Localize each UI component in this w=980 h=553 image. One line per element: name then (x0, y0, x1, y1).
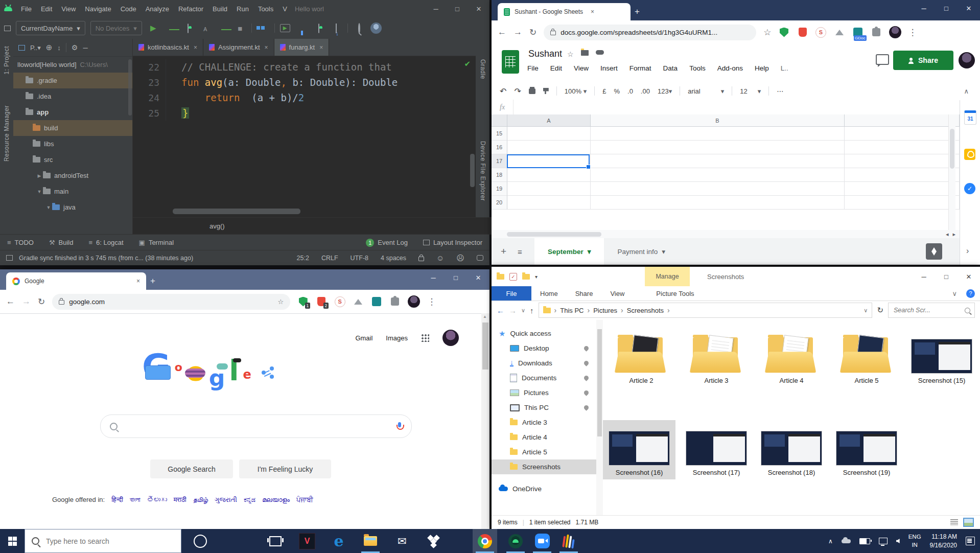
google-doodle[interactable]: G o o g l e (142, 341, 274, 387)
extension-blocked[interactable]: S (815, 27, 827, 38)
lang-telugu[interactable]: తెలుగు (147, 496, 167, 504)
expand-icon[interactable]: ▶ (36, 173, 43, 178)
chrome-close-button[interactable]: ✕ (467, 269, 489, 286)
as-menu-file[interactable]: File (16, 4, 36, 14)
encoding[interactable]: UTF-8 (351, 255, 368, 262)
currency-format-icon[interactable]: £ (602, 87, 606, 95)
extension-arrow[interactable] (353, 296, 364, 307)
taskbar-valorant[interactable]: V (295, 529, 319, 553)
google-search-box[interactable] (100, 414, 412, 438)
zoom-dropdown[interactable]: 100% ▾ (565, 87, 587, 95)
start-button[interactable] (0, 529, 25, 553)
address-dropdown-icon[interactable]: ∨ (864, 307, 868, 314)
taskbar-search-box[interactable] (25, 529, 181, 553)
sheets-menu-data[interactable]: Data (663, 64, 678, 72)
taskbar-android-studio[interactable] (503, 529, 528, 553)
network-icon[interactable] (879, 538, 888, 544)
new-folder-qat-icon[interactable] (522, 274, 530, 280)
ribbon-tab-view[interactable]: View (601, 286, 633, 301)
lang-gujarati[interactable]: ગુજરાતી (215, 496, 237, 504)
back-button[interactable]: ← (6, 296, 15, 307)
forward-button[interactable]: → (22, 296, 31, 307)
onedrive-tray-icon[interactable] (842, 539, 851, 543)
sidebar-onedrive[interactable]: OneDrive (492, 481, 603, 496)
google-apps-icon[interactable] (421, 334, 429, 342)
add-sheet-button[interactable]: + (501, 246, 506, 257)
sidebar-screenshots[interactable]: Screenshots (492, 459, 603, 474)
file-item-article-5[interactable]: Article 5 (830, 329, 903, 384)
font-dropdown[interactable]: arial▾ (688, 87, 724, 95)
tool-tab-device-file-explorer[interactable]: Device File Explorer (479, 141, 486, 201)
gear-icon[interactable]: ⚙ (72, 43, 78, 52)
lang-kannada[interactable]: ಕನ್ನಡ (244, 496, 255, 504)
feeling-lucky-button[interactable]: I'm Feeling Lucky (239, 459, 331, 478)
lang-bengali[interactable]: বাংলা (130, 496, 141, 504)
cell-a15[interactable] (507, 127, 591, 141)
all-sheets-button[interactable]: ≡ (518, 247, 522, 256)
code-area[interactable]: 22// CHALLENGE: create a function that 2… (133, 56, 476, 121)
language-indicator[interactable]: ENG IN (908, 533, 921, 549)
as-device-dropdown[interactable]: No Devices ▾ (90, 21, 142, 35)
as-menu-vcs[interactable]: V (278, 4, 292, 14)
redo-icon[interactable]: ↷ (514, 86, 521, 96)
sidebar-downloads[interactable]: ↓Downloads (492, 356, 603, 371)
run-button[interactable]: ▶ (147, 24, 159, 33)
sidebar-documents[interactable]: Documents (492, 371, 603, 385)
tree-item-src[interactable]: src (13, 152, 132, 168)
sheets-logo[interactable] (502, 50, 519, 74)
calendar-icon[interactable]: 31 (964, 110, 976, 125)
extensions-puzzle[interactable] (389, 296, 401, 307)
address-bar[interactable]: google.com ☆ (52, 294, 290, 310)
chrome-maximize-button[interactable]: □ (445, 269, 467, 286)
col-header-a[interactable]: A (507, 114, 591, 127)
tree-item-app[interactable]: app (13, 104, 132, 120)
collapse-toolbar-icon[interactable]: ∧ (964, 87, 969, 95)
page-scrollbar[interactable] (481, 313, 489, 529)
sheets-menu-view[interactable]: View (574, 64, 589, 72)
sheet-tab-payment-info[interactable]: Payment info▾ (604, 247, 679, 256)
project-scrollbar[interactable] (128, 59, 132, 116)
as-menu-build[interactable]: Build (208, 4, 232, 14)
sheets-menu-file[interactable]: File (527, 64, 539, 72)
search-input[interactable] (124, 422, 390, 431)
extension-arrow[interactable] (834, 27, 845, 38)
browser-tab-sheets[interactable]: Sushant - Google Sheets × (498, 3, 631, 20)
cell-b20[interactable] (591, 196, 845, 210)
as-menu-navigate[interactable]: Navigate (80, 4, 115, 14)
formula-input[interactable] (513, 100, 960, 115)
sheet-tab-september[interactable]: September▾ (534, 238, 604, 265)
locate-file-icon[interactable]: ⊕ (46, 43, 53, 52)
bookmark-icon[interactable]: ☆ (763, 27, 771, 38)
tool-button-logcat[interactable]: ≡6: Logcat (89, 239, 124, 246)
as-menu-tools[interactable]: Tools (253, 4, 278, 14)
editor-vscrollbar[interactable] (470, 154, 475, 187)
row-header[interactable]: 16 (492, 141, 507, 154)
back-button[interactable]: ← (497, 306, 504, 315)
collapse-icon[interactable]: ▼ (36, 189, 43, 194)
collapse-all-icon[interactable]: ↕ (57, 44, 61, 52)
search-everywhere-button[interactable] (353, 24, 365, 33)
forward-button[interactable]: → (509, 306, 517, 315)
tree-item-idea[interactable]: .idea (13, 88, 132, 104)
cell-a16[interactable] (507, 141, 591, 154)
tree-item-libs[interactable]: libs (13, 136, 132, 152)
ribbon-tab-picture-tools[interactable]: Picture Tools (647, 286, 703, 301)
as-run-config-dropdown[interactable]: CurrentDayName ▾ (16, 21, 85, 35)
gmail-link[interactable]: Gmail (355, 334, 372, 342)
sidebar-article-4[interactable]: Article 4 (492, 430, 603, 445)
taskbar-edge[interactable]: e (326, 529, 351, 553)
expand-ribbon-icon[interactable]: ∨ (952, 290, 957, 297)
font-size-dropdown[interactable]: 12▾ (740, 87, 761, 95)
cell-c20[interactable] (845, 196, 960, 210)
taskbar-search-input[interactable] (45, 537, 174, 546)
as-toolwindow-icon[interactable] (4, 26, 11, 31)
taskbar-dropbox[interactable] (422, 529, 446, 553)
taskbar-mail[interactable]: ✉ (390, 529, 414, 553)
sheets-menu-lastedit[interactable]: L.. (781, 64, 788, 72)
details-view-icon[interactable] (950, 519, 958, 526)
crumb-pictures[interactable]: Pictures (593, 307, 617, 314)
cell-a18[interactable] (507, 168, 591, 182)
chrome-menu-icon[interactable]: ⋮ (427, 296, 436, 307)
chrome-menu-icon[interactable]: ⋮ (908, 27, 917, 38)
sheets-minimize-button[interactable]: ─ (913, 0, 935, 16)
